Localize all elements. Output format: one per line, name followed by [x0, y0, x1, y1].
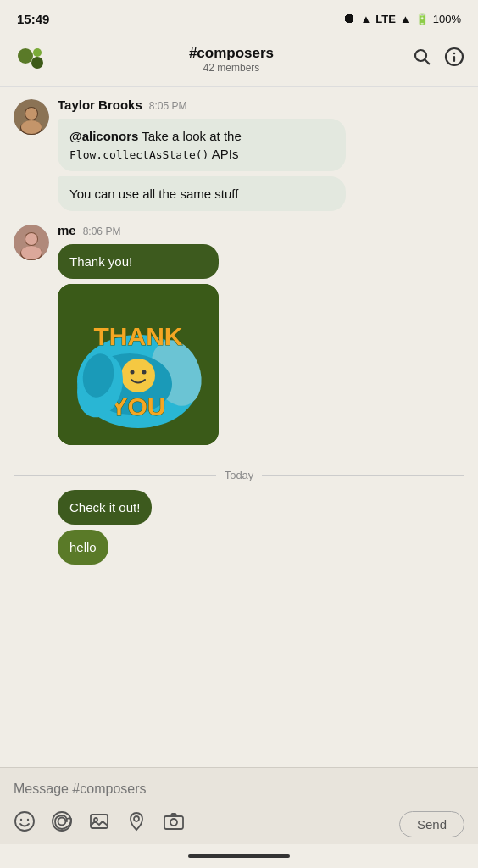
svg-point-0 [18, 48, 33, 64]
msg-time-me: 8:06 PM [83, 225, 121, 237]
date-divider: Today [14, 469, 464, 481]
input-toolbar: Send [14, 810, 464, 837]
camera-button[interactable] [163, 810, 185, 837]
svg-point-2 [33, 48, 42, 57]
status-bar: 15:49 ⏺ ▲ LTE ▲ 🔋 100% [0, 0, 478, 34]
app-logo [14, 41, 51, 78]
bubble-check-it-out: Check it out! [58, 490, 152, 525]
svg-point-22 [121, 359, 155, 392]
sticker-thankyou: THANK YOU [58, 284, 219, 445]
svg-point-30 [20, 819, 22, 821]
sender-name-taylor: Taylor Brooks [58, 97, 142, 112]
bubble-taylor-1: @aliconors Take a look at the Flow.colle… [58, 119, 346, 171]
search-icon[interactable] [412, 47, 432, 72]
signal-icon: ▲ [360, 13, 371, 25]
svg-rect-34 [91, 815, 108, 828]
svg-point-3 [415, 50, 426, 61]
bubble-taylor-2: You can use all the same stuff [58, 176, 346, 211]
message-input[interactable] [14, 778, 464, 805]
header-actions [412, 47, 464, 72]
sender-row-me: me 8:06 PM [58, 223, 219, 237]
date-divider-text: Today [225, 469, 254, 481]
info-icon[interactable] [444, 47, 464, 72]
send-button[interactable]: Send [399, 811, 464, 837]
svg-point-12 [21, 120, 42, 134]
network-bars-icon: ▲ [400, 13, 411, 25]
svg-point-29 [15, 812, 34, 831]
svg-line-4 [425, 60, 431, 65]
image-button[interactable] [88, 810, 110, 837]
emoji-button[interactable] [14, 810, 36, 837]
svg-point-36 [134, 816, 139, 821]
home-indicator-bar [188, 854, 290, 858]
battery-icon: 🔋 [415, 13, 429, 25]
bubble-me-thankyou: Thank you! [58, 244, 219, 279]
svg-point-38 [170, 819, 177, 826]
input-area: Send [0, 767, 478, 844]
lte-label: LTE [375, 13, 396, 25]
svg-point-1 [31, 57, 43, 69]
svg-point-16 [25, 233, 37, 245]
avatar-me [14, 225, 49, 260]
svg-point-31 [27, 819, 29, 821]
svg-point-24 [142, 370, 147, 375]
status-icons: ⏺ ▲ LTE ▲ 🔋 100% [342, 11, 461, 26]
location-button[interactable] [125, 810, 147, 837]
divider-line-left [14, 475, 216, 476]
battery-percent: 100% [433, 13, 461, 25]
svg-text:THANK: THANK [94, 322, 183, 350]
svg-point-33 [58, 818, 66, 826]
message-content-me: me 8:06 PM Thank you! [58, 223, 219, 445]
msg-time-taylor: 8:05 PM [149, 100, 187, 112]
sender-row-taylor: Taylor Brooks 8:05 PM [58, 97, 346, 112]
today-messages: Check it out! hello [58, 490, 464, 565]
avatar-taylor [14, 99, 49, 135]
header-title-area: #composers 42 members [51, 45, 412, 74]
message-group-taylor: Taylor Brooks 8:05 PM @aliconors Take a … [14, 97, 464, 211]
message-content-taylor: Taylor Brooks 8:05 PM @aliconors Take a … [58, 97, 346, 211]
bubble-hello: hello [58, 530, 108, 565]
home-indicator [0, 844, 478, 868]
divider-line-right [262, 475, 464, 476]
header: #composers 42 members [0, 34, 478, 87]
svg-point-23 [131, 370, 135, 375]
channel-name: #composers [51, 45, 412, 62]
member-count: 42 members [51, 62, 412, 74]
mention-button[interactable] [51, 810, 73, 837]
record-icon: ⏺ [342, 11, 356, 26]
message-group-me: me 8:06 PM Thank you! [14, 223, 464, 445]
chat-area: Taylor Brooks 8:05 PM @aliconors Take a … [0, 87, 478, 767]
status-time: 15:49 [17, 12, 49, 26]
sender-name-me: me [58, 223, 76, 237]
svg-point-17 [21, 246, 42, 259]
svg-point-11 [25, 108, 37, 120]
